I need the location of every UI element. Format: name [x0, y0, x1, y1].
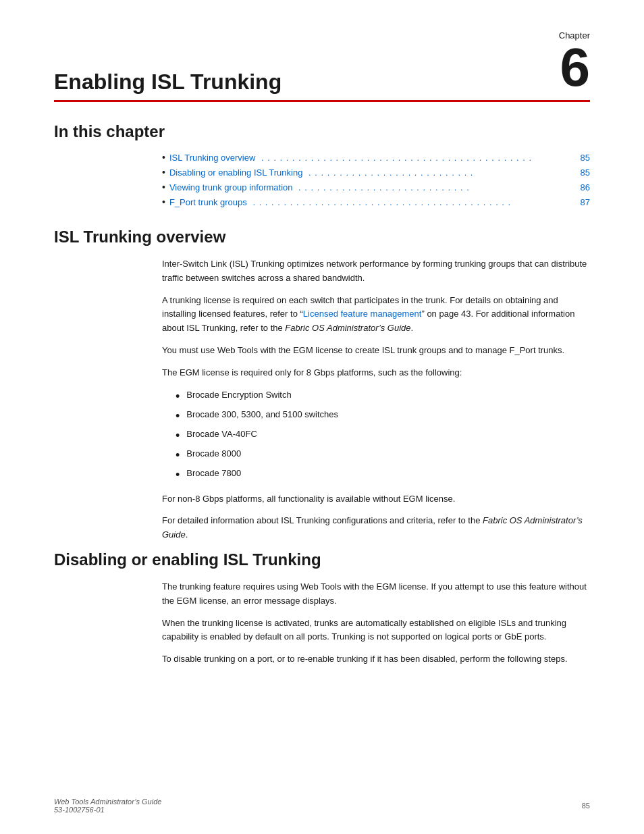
toc-item-1: • ISL Trunking overview . . . . . . . . …	[162, 152, 590, 163]
footer-doc-number: 53-1002756-01	[54, 806, 161, 814]
toc-bullet-2: •	[162, 167, 165, 178]
para6-suffix: .	[186, 529, 188, 540]
isl-overview-section: ISL Trunking overview Inter-Switch Link …	[54, 228, 590, 542]
para6-prefix: For detailed information about ISL Trunk…	[162, 515, 483, 525]
bullet-dot-1: •	[176, 388, 180, 405]
bullet-text-2: Brocade 300, 5300, and 5100 switches	[186, 408, 338, 422]
disabling-section-heading: Disabling or enabling ISL Trunking	[54, 550, 590, 569]
bullet-dot-2: •	[176, 408, 180, 425]
toc-link-3[interactable]: Viewing trunk group information	[169, 182, 293, 192]
toc-bullet-4: •	[162, 197, 165, 207]
toc-page-4: 87	[578, 197, 590, 207]
para2-italic: Fabric OS Administrator’s Guide	[285, 323, 410, 333]
footer-page-number: 85	[582, 802, 590, 810]
isl-overview-para1: Inter-Switch Link (ISL) Trunking optimiz…	[162, 257, 590, 286]
disabling-section: Disabling or enabling ISL Trunking The t…	[54, 550, 590, 667]
toc-page-2: 85	[578, 167, 590, 178]
isl-overview-para2: A trunking license is required on each s…	[162, 294, 590, 336]
disabling-para3: To disable trunking on a port, or to re-…	[162, 652, 590, 667]
bullet-dot-3: •	[176, 427, 180, 444]
toc-item-4: • F_Port trunk groups . . . . . . . . . …	[162, 197, 590, 207]
bullet-dot-4: •	[176, 447, 180, 464]
toc-dots-1: . . . . . . . . . . . . . . . . . . . . …	[258, 153, 575, 163]
bullet-item-5: • Brocade 7800	[176, 467, 590, 484]
page-title: Enabling ISL Trunking	[54, 70, 540, 95]
toc-bullet-1: •	[162, 152, 165, 163]
toc-dots-2: . . . . . . . . . . . . . . . . . . . . …	[305, 167, 574, 178]
disabling-para2: When the trunking license is activated, …	[162, 617, 590, 645]
toc-item-2: • Disabling or enabling ISL Trunking . .…	[162, 167, 590, 178]
bullet-item-2: • Brocade 300, 5300, and 5100 switches	[176, 408, 590, 425]
footer-guide-title: Web Tools Administrator’s Guide	[54, 798, 161, 806]
page: Chapter Enabling ISL Trunking 6 In this …	[0, 0, 644, 834]
toc-page-3: 86	[578, 182, 590, 192]
toc-dots-3: . . . . . . . . . . . . . . . . . . . . …	[296, 182, 575, 192]
isl-overview-para3: You must use Web Tools with the EGM lice…	[162, 344, 590, 358]
bullet-text-5: Brocade 7800	[186, 467, 241, 481]
licensed-feature-link[interactable]: Licensed feature management	[303, 309, 422, 319]
bullet-item-4: • Brocade 8000	[176, 447, 590, 464]
in-this-chapter-section: In this chapter • ISL Trunking overview …	[54, 122, 590, 207]
toc-link-2[interactable]: Disabling or enabling ISL Trunking	[169, 167, 303, 178]
toc-item-3: • Viewing trunk group information . . . …	[162, 182, 590, 192]
bullet-text-3: Brocade VA-40FC	[186, 427, 257, 442]
toc-container: • ISL Trunking overview . . . . . . . . …	[162, 152, 590, 207]
toc-link-4[interactable]: F_Port trunk groups	[169, 197, 247, 207]
bullet-text-4: Brocade 8000	[186, 447, 241, 461]
chapter-header: Chapter Enabling ISL Trunking 6	[54, 27, 590, 97]
red-rule	[54, 100, 590, 102]
isl-overview-para5: For non-8 Gbps platforms, all functional…	[162, 492, 590, 506]
bullet-text-1: Brocade Encryption Switch	[186, 388, 291, 402]
disabling-para1: The trunking feature requires using Web …	[162, 580, 590, 608]
isl-overview-para6: For detailed information about ISL Trunk…	[162, 514, 590, 542]
isl-bullet-list: • Brocade Encryption Switch • Brocade 30…	[176, 388, 590, 484]
para2-suffix: .	[411, 323, 414, 333]
footer-left: Web Tools Administrator’s Guide 53-10027…	[54, 798, 161, 814]
isl-overview-heading: ISL Trunking overview	[54, 228, 590, 246]
in-this-chapter-heading: In this chapter	[54, 122, 590, 141]
bullet-dot-5: •	[176, 467, 180, 484]
isl-overview-para4: The EGM license is required only for 8 G…	[162, 366, 590, 380]
toc-bullet-3: •	[162, 182, 165, 192]
bullet-item-1: • Brocade Encryption Switch	[176, 388, 590, 405]
toc-link-1[interactable]: ISL Trunking overview	[169, 153, 255, 163]
toc-page-1: 85	[578, 153, 590, 163]
chapter-number: 6	[560, 41, 591, 95]
page-footer: Web Tools Administrator’s Guide 53-10027…	[54, 798, 590, 814]
toc-dots-4: . . . . . . . . . . . . . . . . . . . . …	[250, 197, 575, 207]
bullet-item-3: • Brocade VA-40FC	[176, 427, 590, 444]
